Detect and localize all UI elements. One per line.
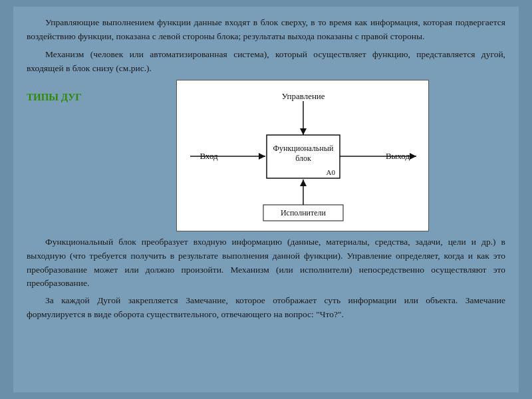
diagram-container: Управление Функциональный блок A0 Вход [100,80,505,231]
function-label-line2: блок [295,154,311,163]
mechanism-arrow-head [300,180,307,186]
intro-text-block: Управляющие выполнением функции данные в… [27,16,505,76]
output-arrow-head [410,153,416,160]
paragraph-4: За каждой Дугой закрепляется Замечание, … [27,294,505,322]
diagram-area: ТИПЫ ДУГ Управление Функциональный блок [27,80,505,231]
idef0-diagram: Управление Функциональный блок A0 Вход [176,80,429,231]
control-label: Управление [281,91,325,101]
bottom-text-block: Функциональный блок преобразует входную … [27,235,505,323]
paragraph-3: Функциональный блок преобразует входную … [27,235,505,291]
function-label-line1: Функциональный [273,144,334,153]
section-label-col: ТИПЫ ДУГ [27,80,100,107]
mechanism-label: Исполнители [281,208,327,217]
control-arrow-head [300,128,307,135]
input-arrow-head [259,153,265,160]
section-label: ТИПЫ ДУГ [27,92,100,103]
code-label: A0 [327,168,336,176]
page: Управляющие выполнением функции данные в… [13,7,519,392]
paragraph-1: Управляющие выполнением функции данные в… [27,16,505,44]
idef0-svg: Управление Функциональный блок A0 Вход [190,90,416,223]
paragraph-2: Механизм (человек или автоматизированная… [27,48,505,76]
